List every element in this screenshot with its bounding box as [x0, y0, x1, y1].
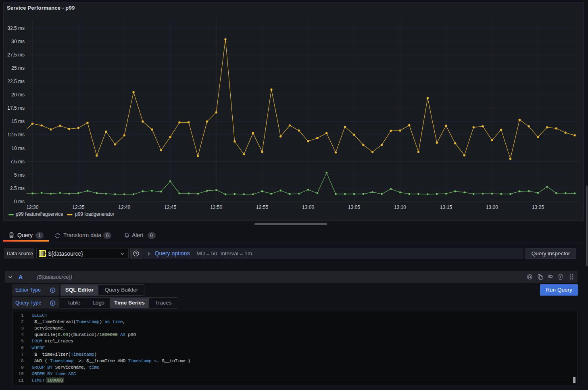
svg-text:15 ms: 15 ms [11, 119, 25, 124]
svg-text:10 ms: 10 ms [11, 146, 25, 151]
svg-text:p99 loadgenerator: p99 loadgenerator [75, 211, 114, 217]
svg-text:13:00: 13:00 [302, 204, 314, 210]
svg-text:12:30: 12:30 [26, 204, 38, 210]
svg-text:20 ms: 20 ms [11, 92, 25, 98]
svg-text:12:55: 12:55 [256, 204, 268, 210]
svg-text:13:25: 13:25 [532, 204, 544, 210]
svg-text:13:20: 13:20 [486, 204, 498, 210]
svg-text:12:40: 12:40 [118, 204, 130, 210]
svg-text:12:35: 12:35 [72, 204, 84, 210]
svg-text:12:50: 12:50 [210, 204, 222, 210]
svg-text:22.5 ms: 22.5 ms [7, 79, 25, 84]
svg-text:12:45: 12:45 [164, 204, 176, 210]
svg-text:13:15: 13:15 [440, 204, 452, 210]
svg-text:17.5 ms: 17.5 ms [7, 105, 25, 111]
svg-text:25 ms: 25 ms [11, 65, 25, 71]
svg-text:30 ms: 30 ms [11, 39, 25, 44]
svg-text:13:10: 13:10 [394, 204, 406, 210]
svg-text:5 ms: 5 ms [14, 172, 25, 178]
svg-text:0 ms: 0 ms [14, 199, 25, 204]
svg-text:2.5 ms: 2.5 ms [10, 186, 25, 191]
svg-text:27.5 ms: 27.5 ms [7, 52, 25, 58]
svg-text:12.5 ms: 12.5 ms [7, 132, 25, 138]
svg-text:32.5 ms: 32.5 ms [7, 25, 25, 31]
svg-text:13:05: 13:05 [348, 204, 360, 210]
svg-text:7.5 ms: 7.5 ms [10, 159, 25, 165]
svg-text:p99 featureflagservice: p99 featureflagservice [16, 211, 63, 217]
